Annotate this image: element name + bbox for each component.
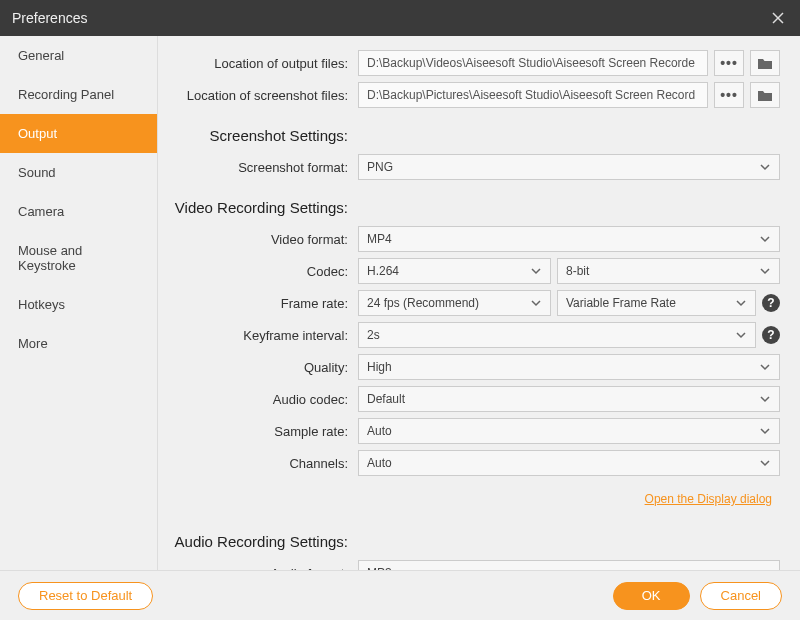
chevron-down-icon (759, 264, 771, 278)
output-path-label: Location of output files: (158, 56, 358, 71)
chevron-down-icon (759, 232, 771, 246)
sidebar-item-more[interactable]: More (0, 324, 157, 363)
video-section-head: Video Recording Settings: (158, 199, 358, 216)
sidebar-item-general[interactable]: General (0, 36, 157, 75)
video-audiocodec-label: Audio codec: (158, 392, 358, 407)
chevron-down-icon (759, 160, 771, 174)
browse-output-button[interactable]: ••• (714, 50, 744, 76)
framerate-help-icon[interactable]: ? (762, 294, 780, 312)
folder-icon (757, 57, 773, 70)
keyframe-label: Keyframe interval: (158, 328, 358, 343)
screenshot-path-input[interactable] (358, 82, 708, 108)
video-channels-select[interactable]: Auto (358, 450, 780, 476)
open-output-folder-button[interactable] (750, 50, 780, 76)
audio-format-select[interactable]: MP3 (358, 560, 780, 570)
footer: Reset to Default OK Cancel (0, 570, 800, 620)
open-screenshot-folder-button[interactable] (750, 82, 780, 108)
open-display-dialog-link[interactable]: Open the Display dialog (645, 492, 772, 506)
video-quality-label: Quality: (158, 360, 358, 375)
reset-to-default-button[interactable]: Reset to Default (18, 582, 153, 610)
video-quality-select[interactable]: High (358, 354, 780, 380)
video-codec-label: Codec: (158, 264, 358, 279)
sidebar-item-hotkeys[interactable]: Hotkeys (0, 285, 157, 324)
ellipsis-icon: ••• (720, 56, 738, 70)
video-format-select[interactable]: MP4 (358, 226, 780, 252)
folder-icon (757, 89, 773, 102)
keyframe-help-icon[interactable]: ? (762, 326, 780, 344)
framerate-label: Frame rate: (158, 296, 358, 311)
screenshot-format-select[interactable]: PNG (358, 154, 780, 180)
output-path-input[interactable] (358, 50, 708, 76)
screenshot-format-label: Screenshot format: (158, 160, 358, 175)
close-icon[interactable] (768, 8, 788, 28)
chevron-down-icon (759, 424, 771, 438)
video-samplerate-label: Sample rate: (158, 424, 358, 439)
ellipsis-icon: ••• (720, 88, 738, 102)
ok-button[interactable]: OK (613, 582, 690, 610)
video-samplerate-select[interactable]: Auto (358, 418, 780, 444)
video-codec-select[interactable]: H.264 (358, 258, 551, 284)
sidebar-item-camera[interactable]: Camera (0, 192, 157, 231)
sidebar-item-output[interactable]: Output (0, 114, 157, 153)
sidebar: GeneralRecording PanelOutputSoundCameraM… (0, 36, 158, 570)
sidebar-item-recording-panel[interactable]: Recording Panel (0, 75, 157, 114)
screenshot-path-label: Location of screenshot files: (158, 88, 358, 103)
framerate-mode-select[interactable]: Variable Frame Rate (557, 290, 756, 316)
sidebar-item-sound[interactable]: Sound (0, 153, 157, 192)
chevron-down-icon (759, 456, 771, 470)
video-audiocodec-select[interactable]: Default (358, 386, 780, 412)
audio-section-head: Audio Recording Settings: (158, 533, 358, 550)
browse-screenshot-button[interactable]: ••• (714, 82, 744, 108)
titlebar: Preferences (0, 0, 800, 36)
chevron-down-icon (530, 264, 542, 278)
video-codec-bits-select[interactable]: 8-bit (557, 258, 780, 284)
chevron-down-icon (759, 360, 771, 374)
video-format-label: Video format: (158, 232, 358, 247)
framerate-select[interactable]: 24 fps (Recommend) (358, 290, 551, 316)
keyframe-select[interactable]: 2s (358, 322, 756, 348)
cancel-button[interactable]: Cancel (700, 582, 782, 610)
chevron-down-icon (735, 328, 747, 342)
sidebar-item-mouse-and-keystroke[interactable]: Mouse and Keystroke (0, 231, 157, 285)
chevron-down-icon (735, 296, 747, 310)
video-channels-label: Channels: (158, 456, 358, 471)
window-title: Preferences (12, 10, 768, 26)
chevron-down-icon (530, 296, 542, 310)
content-pane: Location of output files: ••• Location o… (158, 36, 800, 570)
chevron-down-icon (759, 392, 771, 406)
screenshot-section-head: Screenshot Settings: (158, 127, 358, 144)
